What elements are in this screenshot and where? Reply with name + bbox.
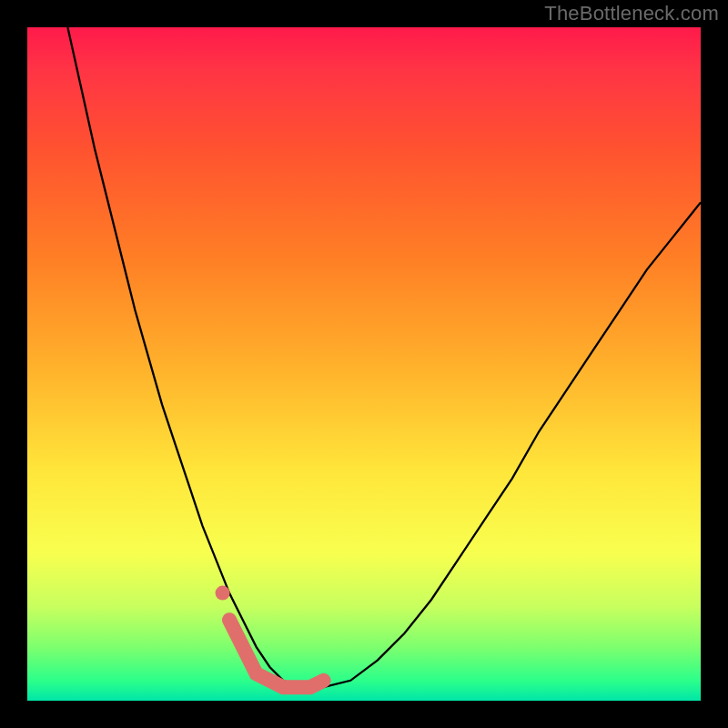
bottleneck-curve (67, 27, 701, 687)
chart-frame: TheBottleneck.com (0, 0, 728, 728)
highlight-dot-icon (216, 586, 230, 601)
highlight-segment (229, 620, 324, 687)
watermark-label: TheBottleneck.com (544, 2, 719, 25)
curve-layer (27, 27, 701, 701)
chart-plot-area (27, 27, 701, 701)
